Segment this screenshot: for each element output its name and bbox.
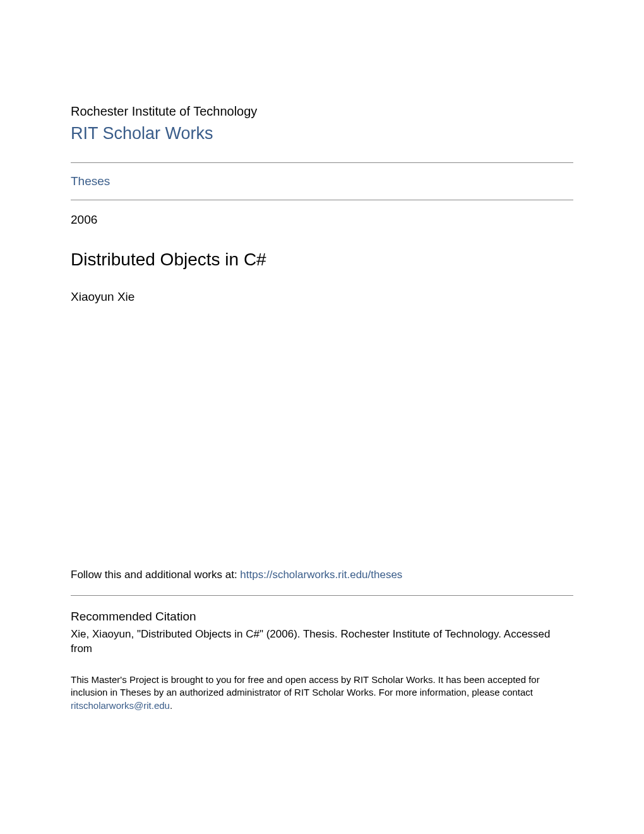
- institution-name: Rochester Institute of Technology: [71, 104, 573, 119]
- contact-email-link[interactable]: ritscholarworks@rit.edu: [71, 700, 170, 711]
- paper-title: Distributed Objects in C#: [71, 250, 573, 270]
- footer-text-before: This Master's Project is brought to you …: [71, 674, 540, 698]
- collection-link[interactable]: Theses: [71, 174, 110, 188]
- divider-citation: [71, 595, 573, 596]
- author-name: Xiaoyun Xie: [71, 290, 573, 304]
- footer-text-after: .: [170, 700, 172, 711]
- follow-section: Follow this and additional works at: htt…: [71, 569, 573, 656]
- collection-row: Theses: [71, 163, 573, 200]
- publication-year: 2006: [71, 213, 573, 227]
- footer-text: This Master's Project is brought to you …: [71, 674, 573, 712]
- follow-prefix: Follow this and additional works at:: [71, 569, 240, 581]
- divider-bottom: [71, 200, 573, 200]
- cover-page: Rochester Institute of Technology RIT Sc…: [0, 0, 644, 304]
- follow-text: Follow this and additional works at: htt…: [71, 569, 573, 581]
- follow-link[interactable]: https://scholarworks.rit.edu/theses: [240, 569, 402, 581]
- footer-section: This Master's Project is brought to you …: [71, 674, 573, 712]
- repository-link[interactable]: RIT Scholar Works: [71, 124, 213, 143]
- citation-text: Xie, Xiaoyun, "Distributed Objects in C#…: [71, 627, 573, 656]
- citation-heading: Recommended Citation: [71, 610, 573, 624]
- repository-name: RIT Scholar Works: [71, 124, 573, 143]
